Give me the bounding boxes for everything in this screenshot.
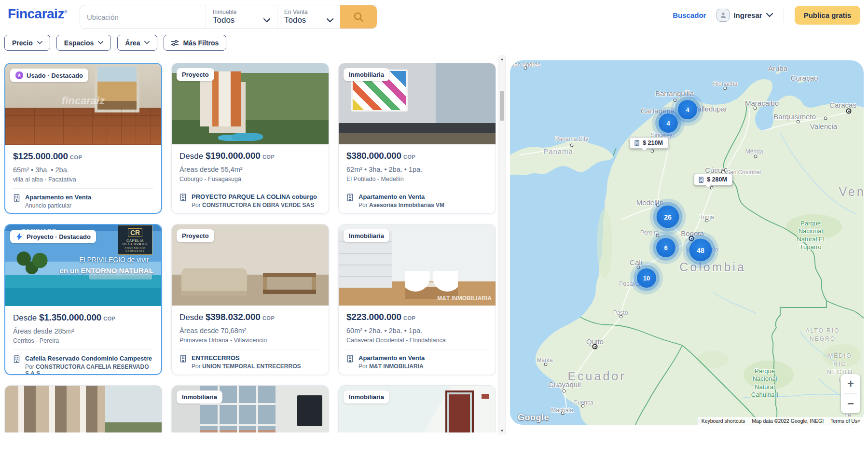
publica-gratis-button[interactable]: Publica gratis <box>795 6 860 25</box>
property-card[interactable]: Inmobiliaria$380.000.000 COP62m² • 3ha. … <box>338 63 496 214</box>
listing-price: Desde $190.000.000 COP <box>179 151 321 161</box>
listings-panel: ★Usado · Destacadofincaraiz$125.000.000 … <box>4 63 496 432</box>
map-label: Caracas <box>829 101 856 109</box>
user-avatar-icon <box>716 9 730 22</box>
city-marker <box>705 219 709 223</box>
map-cluster-marker[interactable]: 6 <box>656 238 675 257</box>
fincaraiz-logo[interactable]: Fincaraiz® <box>8 6 67 22</box>
property-photo: ★Usado · Destacadofincaraiz <box>5 64 161 145</box>
property-type-label: Inmueble <box>213 9 270 15</box>
listing-price: Desde $398.032.000 COP <box>179 312 321 322</box>
city-marker <box>754 107 757 110</box>
scroll-up-arrow[interactable]: ▲ <box>499 57 505 61</box>
filter-bar: Precio Espacios Área Más Filtros <box>4 35 226 51</box>
chevron-down-icon <box>327 18 333 23</box>
building-icon <box>346 355 354 362</box>
property-type-select[interactable]: Inmueble Todos <box>206 5 277 28</box>
city-marker <box>544 363 548 366</box>
property-card[interactable] <box>4 385 162 432</box>
listing-price: $125.000.000 COP <box>13 151 153 162</box>
building-icon <box>13 355 20 363</box>
listing-location-marker <box>651 150 654 153</box>
capital-marker <box>592 344 598 349</box>
listing-footer: PROYECTO PARQUE LA COLINA coburgoPor CON… <box>172 188 329 209</box>
zoom-out-button[interactable]: − <box>841 394 860 413</box>
map-label: Barranquilla <box>655 89 694 98</box>
search-button[interactable] <box>340 5 377 28</box>
listing-type: PROYECTO PARQUE LA COLINA coburgo <box>192 193 317 201</box>
city-marker <box>524 67 527 70</box>
city-marker <box>563 390 566 393</box>
property-card[interactable]: Inmobiliaria <box>171 385 329 432</box>
property-card[interactable]: Inmobiliaria <box>338 385 496 432</box>
map-cluster-marker[interactable]: 4 <box>678 100 697 119</box>
listing-badge: ★Usado · Destacado <box>10 69 88 82</box>
ingresar-label: Ingresar <box>733 11 762 19</box>
listing-location: villa al alba - Facatativa <box>13 176 153 183</box>
scrollbar-thumb[interactable] <box>500 91 504 121</box>
star-icon: ★ <box>15 71 23 79</box>
listing-agency: Anuncio particular <box>25 202 91 209</box>
filter-precio[interactable]: Precio <box>4 35 50 51</box>
building-icon <box>13 194 20 202</box>
photo-overlay-text: El PRIVILEGIO de vivir <box>79 256 149 264</box>
property-card[interactable]: ★Usado · Destacadofincaraiz$125.000.000 … <box>4 63 162 214</box>
map-cluster-marker[interactable]: 48 <box>689 239 712 262</box>
city-marker <box>674 99 677 102</box>
map-label: Parque Nacional Natural Cahuinarí <box>751 367 778 399</box>
filter-espacios[interactable]: Espacios <box>56 35 111 51</box>
scroll-down-arrow[interactable]: ▼ <box>499 429 505 433</box>
map-price-marker[interactable]: $ 210M <box>630 137 668 149</box>
listing-badge: Inmobiliaria <box>344 68 389 81</box>
city-marker <box>656 234 660 237</box>
city-marker <box>656 204 660 207</box>
listings-scrollbar[interactable]: ▲ ▼ <box>498 56 506 434</box>
lightning-icon <box>15 233 23 240</box>
listing-footer: Apartamento en VentaAnuncio particular <box>5 189 161 209</box>
location-input[interactable] <box>87 13 199 21</box>
map-cluster-marker[interactable]: 4 <box>659 113 678 133</box>
capital-marker <box>846 109 852 114</box>
listing-footer: ENTRECERROSPor UNION TEMPORAL ENTRECERRO… <box>172 349 329 370</box>
map-cluster-marker[interactable]: 10 <box>637 268 656 288</box>
buscador-link[interactable]: Buscador <box>673 11 706 19</box>
operation-select[interactable]: En Venta Todos <box>277 5 340 28</box>
project-brand-logo: CRCAFELIA RESERVADOCONDOMINIO CAMPESTRE <box>118 225 152 255</box>
login-menu[interactable]: Ingresar <box>716 9 772 22</box>
listings-grid: ★Usado · Destacadofincaraiz$125.000.000 … <box>4 63 496 432</box>
map-price-marker[interactable]: $ 280M <box>694 174 732 185</box>
filter-mas-filtros[interactable]: Más Filtros <box>164 35 226 51</box>
property-photo: Inmobiliaria <box>172 386 329 432</box>
map-attribution: Keyboard shortcuts Map data ©2022 Google… <box>698 417 864 425</box>
listing-specs: Áreas desde 285m² <box>13 327 153 335</box>
map-label: Cali <box>630 258 642 266</box>
property-card[interactable]: Proyecto · DestacadoCERRITOSEl PRIVILEGI… <box>4 224 162 375</box>
map-cluster-marker[interactable]: 26 <box>657 206 679 228</box>
google-logo[interactable]: Google <box>518 413 549 423</box>
building-icon <box>179 355 187 362</box>
map-label: Curaçao <box>791 74 818 82</box>
building-icon <box>179 194 187 201</box>
map-label: Panama City <box>555 136 589 142</box>
property-type-value: Todos <box>213 15 234 25</box>
map-label: Mérida <box>745 148 763 155</box>
map-label: Panama <box>543 147 573 155</box>
city-marker <box>570 144 574 147</box>
listing-badge: Inmobiliaria <box>344 229 389 242</box>
listing-location: Cañaveral Occidental - Floridablanca <box>346 337 488 344</box>
chevron-down-icon <box>263 18 270 23</box>
listing-price: $380.000.000 COP <box>346 151 488 161</box>
city-marker <box>797 120 800 124</box>
search-bar: Inmueble Todos En Venta Todos <box>80 5 377 29</box>
results-map[interactable]: San AndrésArubaCuraçaoRiohachaBarranquil… <box>510 60 864 425</box>
map-label: Valledupar <box>693 105 728 113</box>
filter-area[interactable]: Área <box>117 35 157 51</box>
property-card[interactable]: ProyectoDesde $190.000.000 COPÁreas desd… <box>171 63 329 214</box>
keyboard-shortcuts-link[interactable]: Keyboard shortcuts <box>698 417 748 425</box>
property-card[interactable]: InmobiliariaM&T INMOBILIARIA$223.000.000… <box>338 224 496 375</box>
location-section <box>80 5 206 28</box>
zoom-in-button[interactable]: + <box>841 374 860 393</box>
chevron-down-icon <box>98 41 103 44</box>
terms-of-use-link[interactable]: Terms of Use <box>827 417 864 425</box>
property-card[interactable]: ProyectoDesde $398.032.000 COPÁreas desd… <box>171 224 329 375</box>
